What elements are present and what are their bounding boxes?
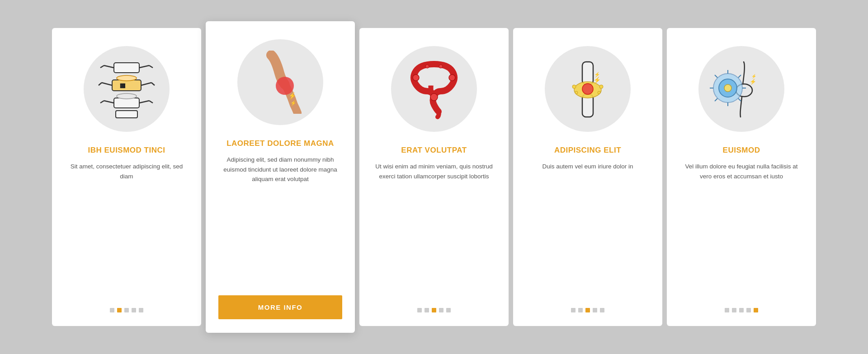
dot-1 bbox=[110, 308, 114, 312]
svg-line-2 bbox=[139, 65, 149, 68]
svg-line-4 bbox=[149, 65, 153, 68]
card-elbow: ⚡ ⚡ LAOREET DOLORE MAGNA Adipiscing elit… bbox=[206, 21, 355, 333]
svg-text:!!!: !!! bbox=[429, 86, 433, 91]
svg-rect-0 bbox=[114, 63, 139, 73]
svg-line-9 bbox=[99, 83, 102, 85]
card-colon-title: ERAT VOLUTPAT bbox=[401, 145, 467, 155]
svg-line-1 bbox=[104, 65, 114, 68]
svg-line-46 bbox=[715, 75, 717, 78]
dot-1 bbox=[571, 308, 576, 312]
svg-rect-11 bbox=[114, 98, 139, 108]
svg-text:⚡: ⚡ bbox=[594, 71, 600, 78]
svg-line-12 bbox=[104, 101, 114, 103]
svg-line-8 bbox=[141, 83, 151, 85]
dot-3 bbox=[739, 308, 744, 312]
card-colon-text: Ut wisi enim ad minim veniam, quis nostr… bbox=[372, 162, 496, 295]
svg-point-31 bbox=[582, 84, 593, 94]
spine-icon-circle: !!! bbox=[84, 46, 170, 132]
dot-4 bbox=[439, 308, 443, 312]
knee-icon: ⚡ ⚡ bbox=[710, 57, 773, 121]
svg-point-16 bbox=[117, 75, 137, 81]
dot-2 bbox=[732, 308, 736, 312]
colon-icon-circle: !!! bbox=[391, 46, 477, 132]
card-colon-dots bbox=[417, 308, 451, 312]
svg-text:!!!: !!! bbox=[120, 83, 125, 88]
svg-rect-5 bbox=[112, 80, 141, 91]
svg-line-7 bbox=[102, 83, 112, 85]
card-knee: ⚡ ⚡ EUISMOD Vel illum dolore eu feugiat … bbox=[667, 28, 816, 326]
card-spine: !!! bbox=[52, 28, 201, 326]
dot-5 bbox=[139, 308, 143, 312]
svg-line-3 bbox=[100, 65, 104, 68]
svg-point-41 bbox=[724, 84, 731, 92]
elbow-icon-circle: ⚡ ⚡ bbox=[237, 39, 323, 125]
colon-icon: !!! bbox=[402, 57, 466, 121]
joint-icon-circle: ⚡ ⚡ bbox=[545, 46, 631, 132]
svg-point-17 bbox=[117, 93, 137, 99]
svg-point-34 bbox=[572, 85, 576, 88]
svg-line-13 bbox=[139, 101, 149, 103]
svg-line-15 bbox=[149, 101, 153, 103]
dot-2 bbox=[578, 308, 583, 312]
card-knee-dots bbox=[725, 308, 758, 312]
card-spine-dots bbox=[110, 308, 143, 312]
svg-text:⚡: ⚡ bbox=[750, 78, 756, 85]
card-elbow-text: Adipiscing elit, sed diam nonummy nibh e… bbox=[218, 155, 342, 283]
svg-point-37 bbox=[598, 91, 600, 94]
more-info-button[interactable]: MORE INFO bbox=[218, 295, 342, 319]
svg-point-24 bbox=[430, 93, 438, 101]
svg-text:⚡: ⚡ bbox=[288, 92, 297, 100]
card-colon: !!! ERAT VOLUTPAT Ut wisi enim ad minim … bbox=[359, 28, 509, 326]
svg-point-26 bbox=[439, 65, 443, 68]
card-spine-text: Sit amet, consectetuer adipiscing elit, … bbox=[65, 162, 189, 295]
dot-3 bbox=[124, 308, 129, 312]
dot-5 bbox=[446, 308, 451, 312]
dot-3[interactable] bbox=[585, 308, 590, 312]
spine-icon: !!! bbox=[95, 57, 158, 121]
elbow-icon: ⚡ ⚡ bbox=[249, 51, 312, 114]
svg-text:⚡: ⚡ bbox=[751, 74, 757, 79]
svg-text:⚡: ⚡ bbox=[593, 76, 601, 84]
dot-4 bbox=[593, 308, 597, 312]
card-knee-text: Vel illum dolore eu feugiat nulla facili… bbox=[679, 162, 803, 295]
svg-line-10 bbox=[151, 83, 155, 85]
svg-line-14 bbox=[100, 101, 104, 103]
dot-4 bbox=[132, 308, 136, 312]
dot-2[interactable] bbox=[117, 308, 122, 312]
card-joint-title: ADIPISCING ELIT bbox=[554, 145, 621, 155]
svg-point-35 bbox=[575, 91, 578, 94]
svg-point-25 bbox=[425, 65, 429, 68]
card-joint: ⚡ ⚡ ADIPISCING ELIT Duis autem vel eum i… bbox=[513, 28, 662, 326]
dot-3[interactable] bbox=[432, 308, 436, 312]
dot-2 bbox=[425, 308, 429, 312]
card-spine-title: IBH EUISMOD TINCI bbox=[88, 145, 165, 155]
card-joint-dots bbox=[571, 308, 604, 312]
cards-container: !!! bbox=[38, 10, 830, 344]
svg-point-22 bbox=[449, 75, 455, 81]
joint-icon: ⚡ ⚡ bbox=[556, 57, 619, 121]
knee-icon-circle: ⚡ ⚡ bbox=[698, 46, 784, 132]
dot-5 bbox=[600, 308, 604, 312]
dot-5[interactable] bbox=[754, 308, 758, 312]
svg-point-23 bbox=[413, 75, 419, 81]
card-elbow-title: LAOREET DOLORE MAGNA bbox=[226, 139, 334, 149]
dot-1 bbox=[417, 308, 422, 312]
dot-4 bbox=[746, 308, 751, 312]
card-knee-title: EUISMOD bbox=[723, 145, 760, 155]
svg-line-48 bbox=[715, 98, 717, 101]
svg-rect-18 bbox=[116, 111, 137, 118]
svg-text:⚡: ⚡ bbox=[290, 100, 297, 106]
dot-1 bbox=[725, 308, 729, 312]
svg-rect-28 bbox=[582, 62, 593, 84]
card-joint-text: Duis autem vel eum iriure dolor in bbox=[542, 162, 633, 295]
svg-point-36 bbox=[599, 85, 603, 88]
